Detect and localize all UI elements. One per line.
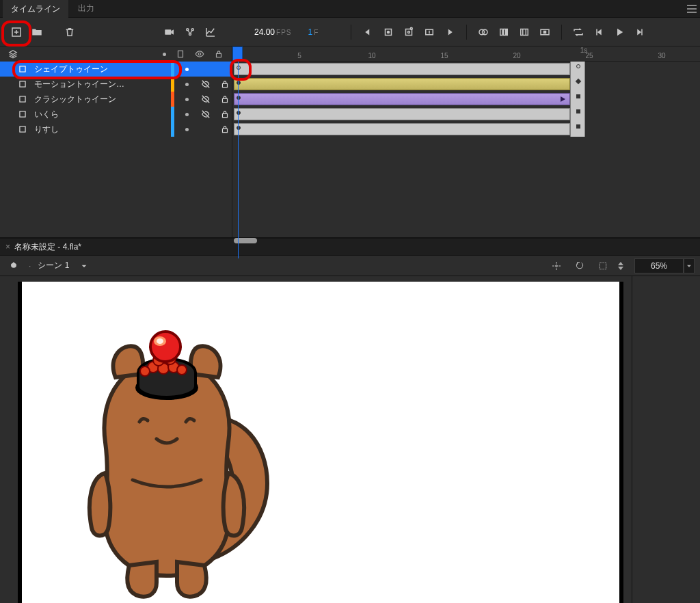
timeline-tab[interactable]: タイムライン bbox=[3, 0, 68, 18]
keyframe-icon[interactable] bbox=[237, 81, 241, 85]
center-frame-button[interactable] bbox=[537, 24, 553, 40]
svg-point-40 bbox=[140, 366, 150, 376]
panel-menu-icon[interactable] bbox=[684, 1, 700, 17]
output-tab[interactable]: 出力 bbox=[70, 0, 103, 18]
zoom-dropdown-button[interactable] bbox=[684, 258, 695, 273]
edit-multiple-frames-button[interactable] bbox=[496, 24, 512, 40]
layer-color-swatch[interactable] bbox=[171, 92, 174, 107]
current-frame-display[interactable]: 1F bbox=[308, 27, 318, 37]
layer-depth-button[interactable] bbox=[182, 24, 198, 40]
zoom-value-field[interactable]: 65% bbox=[634, 258, 684, 273]
svg-point-22 bbox=[198, 53, 201, 56]
timeline-clip[interactable] bbox=[234, 108, 570, 120]
onion-skin-button[interactable] bbox=[475, 24, 492, 40]
lock-column-icon[interactable] bbox=[214, 49, 224, 59]
outline-column-icon[interactable] bbox=[176, 49, 185, 59]
scene-label[interactable]: シーン 1 bbox=[38, 260, 69, 271]
layer-lock-toggle[interactable] bbox=[218, 79, 232, 89]
layer-row[interactable]: シェイプトゥイーン bbox=[0, 62, 232, 77]
stage-right-gutter bbox=[632, 276, 700, 603]
step-back-button[interactable] bbox=[591, 24, 607, 40]
trash-button[interactable] bbox=[62, 24, 78, 40]
layer-highlight-toggle[interactable] bbox=[180, 98, 193, 101]
close-document-button[interactable]: × bbox=[5, 242, 10, 252]
layer-highlight-toggle[interactable] bbox=[180, 83, 193, 86]
go-last-frame-button[interactable] bbox=[442, 24, 458, 40]
timeline-clip[interactable] bbox=[234, 78, 570, 90]
marker-button[interactable] bbox=[516, 24, 533, 40]
svg-rect-27 bbox=[20, 96, 25, 102]
center-stage-icon[interactable] bbox=[548, 258, 565, 274]
insert-blank-keyframe-button[interactable] bbox=[401, 24, 417, 40]
svg-point-33 bbox=[556, 265, 558, 267]
fps-display[interactable]: 24.00FPS bbox=[254, 27, 291, 37]
layer-lock-toggle[interactable] bbox=[218, 94, 232, 104]
layer-type-icon bbox=[18, 109, 29, 119]
layer-lock-toggle[interactable] bbox=[218, 124, 232, 134]
layer-view-mode-icon[interactable] bbox=[5, 46, 21, 62]
layer-color-swatch[interactable] bbox=[171, 77, 174, 92]
layer-color-swatch[interactable] bbox=[171, 107, 174, 122]
timeline-ruler[interactable]: 1s51015202530 bbox=[232, 46, 700, 62]
highlight-column-icon[interactable] bbox=[163, 53, 166, 56]
layer-visibility-toggle[interactable] bbox=[199, 79, 213, 89]
layer-panel-header bbox=[0, 46, 232, 62]
edit-scene-icon[interactable] bbox=[5, 258, 22, 274]
insert-keyframe-button[interactable] bbox=[380, 24, 396, 40]
layer-row[interactable]: りすし bbox=[0, 122, 232, 137]
loop-button[interactable] bbox=[570, 24, 587, 40]
svg-rect-16 bbox=[504, 29, 506, 35]
layer-highlight-toggle[interactable] bbox=[180, 128, 193, 131]
keyframe-icon[interactable] bbox=[237, 111, 241, 115]
step-forward-button[interactable] bbox=[632, 24, 648, 40]
layer-visibility-toggle[interactable] bbox=[199, 94, 213, 104]
play-button[interactable] bbox=[611, 24, 628, 40]
layer-color-swatch[interactable] bbox=[171, 122, 174, 137]
svg-rect-31 bbox=[20, 126, 25, 132]
track-row[interactable] bbox=[232, 107, 700, 122]
keyframe-icon[interactable] bbox=[237, 96, 241, 100]
layer-color-swatch[interactable] bbox=[171, 62, 174, 77]
go-first-frame-button[interactable] bbox=[360, 24, 376, 40]
layer-row[interactable]: いくら bbox=[0, 107, 232, 122]
zoom-stepper[interactable] bbox=[618, 262, 623, 270]
visibility-column-icon[interactable] bbox=[195, 49, 204, 59]
track-row[interactable] bbox=[232, 62, 700, 77]
ruler-frame-mark: 15 bbox=[440, 52, 448, 59]
document-title[interactable]: 名称未設定 - 4.fla* bbox=[14, 241, 81, 253]
timeline-clip[interactable] bbox=[234, 123, 570, 135]
clip-stage-icon[interactable] bbox=[595, 258, 611, 274]
add-layer-button[interactable] bbox=[8, 24, 25, 40]
layer-row[interactable]: モーショントゥイーン… bbox=[0, 77, 232, 92]
layer-lock-toggle[interactable] bbox=[218, 109, 232, 119]
fps-value: 24.00 bbox=[254, 27, 275, 37]
track-row[interactable] bbox=[232, 122, 700, 137]
track-row[interactable] bbox=[232, 92, 700, 107]
layer-visibility-toggle[interactable] bbox=[199, 109, 213, 119]
playhead-handle[interactable] bbox=[232, 46, 243, 62]
layer-highlight-toggle[interactable] bbox=[180, 113, 193, 116]
svg-rect-30 bbox=[223, 114, 228, 118]
keyframe-icon[interactable] bbox=[237, 126, 241, 130]
track-row[interactable] bbox=[232, 77, 700, 92]
stage-canvas[interactable] bbox=[18, 282, 619, 603]
svg-rect-29 bbox=[20, 111, 25, 117]
graph-button[interactable] bbox=[202, 24, 219, 40]
stage-artwork-squirrel[interactable] bbox=[57, 319, 276, 603]
timeline-tracks[interactable] bbox=[232, 62, 700, 237]
layer-name: クラシックトゥイーン bbox=[34, 94, 165, 105]
rotate-stage-icon[interactable] bbox=[571, 258, 588, 274]
scene-dropdown-icon[interactable] bbox=[76, 258, 92, 274]
timeline-clip[interactable] bbox=[234, 63, 570, 75]
insert-frame-button[interactable] bbox=[421, 24, 438, 40]
layer-name: シェイプトゥイーン bbox=[34, 64, 165, 75]
end-frame-column[interactable] bbox=[570, 62, 585, 137]
layer-highlight-toggle[interactable] bbox=[180, 68, 193, 71]
frame-value: 1 bbox=[308, 27, 312, 37]
timeline-clip[interactable] bbox=[234, 93, 570, 105]
folder-button[interactable] bbox=[29, 24, 45, 40]
layer-row[interactable]: クラシックトゥイーン bbox=[0, 92, 232, 107]
camera-button[interactable] bbox=[161, 24, 178, 40]
keyframe-icon[interactable] bbox=[237, 66, 241, 70]
svg-point-45 bbox=[157, 338, 163, 344]
